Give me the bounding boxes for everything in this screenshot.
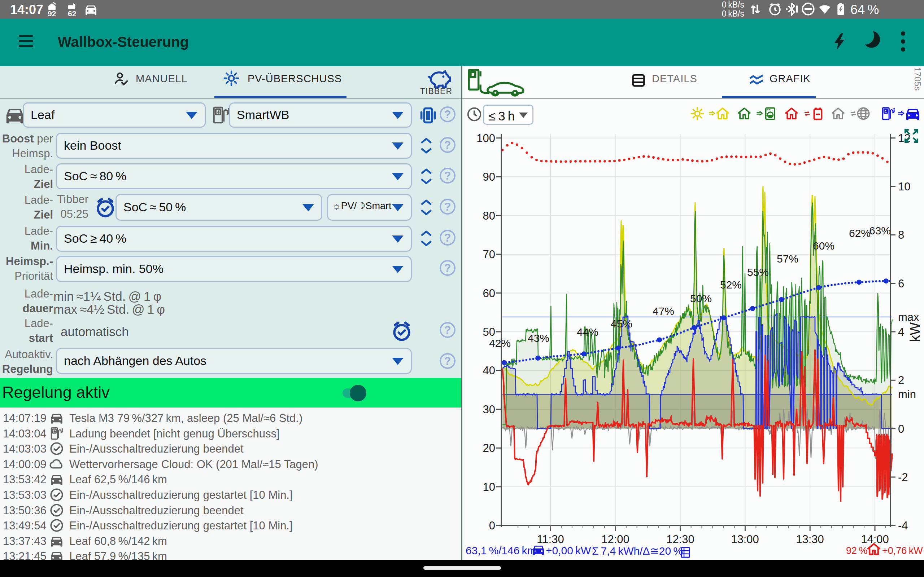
svg-text:70: 70 <box>483 248 495 261</box>
svg-text:4: 4 <box>898 326 904 338</box>
svg-text:2: 2 <box>898 374 904 387</box>
svg-text:43%: 43% <box>528 332 549 344</box>
svg-text:0: 0 <box>489 519 495 532</box>
svg-text:min: min <box>898 388 916 401</box>
svg-text:kW: kW <box>908 322 922 342</box>
svg-text:90: 90 <box>483 171 495 183</box>
svg-text:42%: 42% <box>489 337 511 349</box>
svg-text:60: 60 <box>483 287 495 300</box>
svg-text:max: max <box>898 311 919 324</box>
svg-text:0: 0 <box>898 423 904 435</box>
svg-text:63%: 63% <box>869 225 891 237</box>
svg-text:-2: -2 <box>898 471 908 484</box>
svg-text:20: 20 <box>483 442 495 455</box>
svg-text:12:00: 12:00 <box>601 533 630 546</box>
svg-text:13:00: 13:00 <box>731 533 759 546</box>
svg-text:6: 6 <box>898 277 904 290</box>
svg-text:60%: 60% <box>813 240 835 252</box>
svg-text:47%: 47% <box>653 305 674 317</box>
svg-text:10: 10 <box>898 180 910 193</box>
svg-text:55%: 55% <box>747 266 769 278</box>
svg-text:50: 50 <box>483 326 495 338</box>
svg-text:100: 100 <box>477 132 495 145</box>
svg-text:62%: 62% <box>849 227 871 239</box>
svg-text:13:30: 13:30 <box>796 533 824 546</box>
svg-text:40: 40 <box>483 364 495 377</box>
svg-text:30: 30 <box>483 403 495 416</box>
svg-text:10: 10 <box>483 481 495 493</box>
svg-text:SoC %: SoC % <box>462 313 465 351</box>
svg-text:12:30: 12:30 <box>666 533 695 546</box>
svg-text:57%: 57% <box>777 253 798 265</box>
svg-text:45%: 45% <box>611 318 632 330</box>
svg-text:-4: -4 <box>898 519 908 532</box>
svg-text:50%: 50% <box>690 292 712 305</box>
svg-text:52%: 52% <box>720 279 742 291</box>
svg-text:80: 80 <box>483 210 495 222</box>
svg-text:8: 8 <box>898 229 904 241</box>
svg-text:44%: 44% <box>577 326 598 338</box>
